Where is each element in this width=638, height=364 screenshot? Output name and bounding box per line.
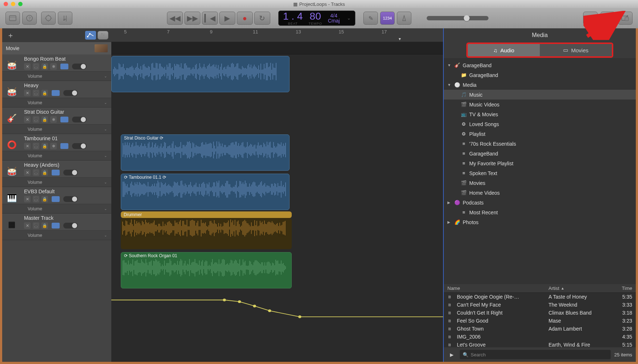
track-pan-slider[interactable] [72, 64, 87, 69]
lcd-menu-chevron[interactable]: ⌄ [347, 16, 351, 21]
timeline-ruler[interactable]: ▾ 57911131517 [111, 28, 443, 42]
mute-button[interactable]: ✕ [24, 90, 31, 96]
disclosure-triangle[interactable]: ▶ [447, 220, 452, 224]
tree-item[interactable]: ⚙Playlist [444, 129, 636, 139]
tree-item[interactable]: 🎬Home Videos [444, 188, 636, 198]
track-header[interactable]: 🥁 Heavy ✕ 🎧 🔒 Volume ⌄ [2, 81, 111, 108]
solo-button[interactable]: 🎧 [33, 143, 39, 149]
region[interactable] [111, 56, 290, 92]
timeline-area[interactable]: ▾ 57911131517 Strat Disco Guitar ⟳⟳ Tamb… [111, 28, 444, 362]
track-header[interactable]: 🎹 EVB3 Default ✕ 🎧 🔒 Volume ⌄ [2, 187, 111, 214]
track-lane[interactable] [111, 54, 443, 94]
media-row[interactable]: 🗎Couldn't Get It RightClimax Blues Band3… [444, 309, 636, 317]
track-pan-slider[interactable] [72, 117, 87, 122]
automation-lane[interactable] [111, 290, 443, 326]
tree-item[interactable]: ≡Most Recent [444, 207, 636, 217]
freeze-button[interactable]: ❄ [50, 63, 57, 70]
track-header[interactable]: 🎸 Strat Disco Guitar ✕ 🎧 🔒 ❄ Volume ⌄ [2, 108, 111, 134]
media-search-input[interactable]: 🔍 Search [460, 350, 611, 359]
track-lane[interactable] [111, 94, 443, 133]
disclosure-triangle[interactable]: ▼ [447, 63, 452, 67]
lock-button[interactable]: 🔒 [41, 143, 48, 149]
tree-item[interactable]: ▶🟣Podcasts [444, 198, 636, 207]
lock-button[interactable]: 🔒 [41, 90, 48, 96]
track-automation-toggle[interactable] [60, 117, 68, 122]
track-automation-toggle[interactable] [60, 64, 68, 69]
track-lane[interactable]: Drummer [111, 211, 443, 251]
close-window-button[interactable] [4, 2, 8, 6]
tree-item[interactable]: ≡'70s Rock Essentials [444, 139, 636, 149]
cycle-button[interactable]: ↻ [254, 12, 270, 25]
media-row[interactable]: 🗎Let's GrooveEarth, Wind & Fire5:15 [444, 341, 636, 347]
rewind-button[interactable]: ◀◀ [167, 12, 183, 25]
track-lane[interactable]: ⟳ Tambourine 01.1 ⟳ [111, 172, 443, 211]
freeze-button[interactable]: ❄ [50, 116, 57, 123]
disclosure-triangle[interactable]: ▶ [447, 201, 452, 205]
media-row[interactable]: 🗎Can't Feel My FaceThe Weeknd3:33 [444, 301, 636, 309]
media-table-header[interactable]: Name Artist ▲ Time [444, 284, 636, 293]
tree-item[interactable]: ▼⚪Media [444, 80, 636, 90]
smart-controls-button[interactable] [41, 12, 56, 25]
track-automation-toggle[interactable] [52, 170, 60, 175]
solo-button[interactable]: 🎧 [33, 196, 39, 202]
track-pan-slider[interactable] [63, 90, 78, 96]
preview-play-button[interactable]: ▶ [447, 350, 456, 359]
track-header[interactable]: 🥁 Heavy (Anders) ✕ 🎧 🔒 Volume ⌄ [2, 161, 111, 187]
tree-item[interactable]: 🎵Music [444, 90, 636, 100]
playhead-marker[interactable]: ▾ [399, 36, 401, 41]
minimize-window-button[interactable] [11, 2, 15, 6]
metronome-button[interactable] [397, 12, 411, 25]
tree-item[interactable]: 🎬Music Videos [444, 100, 636, 109]
tree-item[interactable]: ▼🎸GarageBand [444, 60, 636, 70]
lock-button[interactable]: 🔒 [41, 63, 48, 70]
col-header-artist[interactable]: Artist ▲ [549, 284, 614, 292]
lock-button[interactable]: 🔒 [41, 169, 48, 176]
track-lane[interactable]: ⟳ Southern Rock Organ 01 [111, 251, 443, 290]
loop-browser-button[interactable]: ◯ [601, 12, 615, 25]
track-automation-toggle[interactable] [52, 223, 60, 228]
tab-movies[interactable]: ▭ Movies [540, 44, 612, 56]
movie-track-header[interactable]: Movie [2, 42, 111, 54]
lock-button[interactable]: 🔒 [41, 116, 48, 123]
track-pan-slider[interactable] [63, 170, 78, 175]
col-header-time[interactable]: Time [614, 284, 636, 292]
lcd-display[interactable]: 1 . 4 BEAT 80 TEMPO 4/4 Cmaj ⌄ [278, 11, 355, 26]
solo-button[interactable]: 🎧 [33, 90, 39, 96]
forward-button[interactable]: ▶▶ [184, 12, 200, 25]
track-lane[interactable]: Strat Disco Guitar ⟳ [111, 133, 443, 172]
solo-button[interactable]: 🎧 [33, 63, 39, 70]
track-automation-toggle[interactable] [60, 143, 68, 149]
tree-item[interactable]: 📁GarageBand [444, 70, 636, 80]
solo-button[interactable]: 🎧 [33, 222, 39, 229]
freeze-button[interactable]: ❄ [50, 143, 57, 149]
zoom-window-button[interactable] [18, 2, 23, 6]
mute-button[interactable]: ✕ [24, 116, 31, 123]
track-header[interactable]: ▦ Master Track ✕ 🎧 🔒 Volume ⌄ [2, 214, 111, 240]
mute-button[interactable]: ✕ [24, 169, 31, 176]
track-automation-toggle[interactable] [52, 196, 60, 202]
media-browser-button[interactable] [618, 12, 633, 25]
region[interactable]: Drummer [121, 211, 292, 218]
solo-button[interactable]: 🎧 [33, 169, 39, 176]
tuner-button[interactable]: ✎ [363, 12, 378, 25]
count-in-button[interactable]: 1234 [380, 12, 395, 25]
tab-audio[interactable]: ♫ Audio [468, 44, 540, 56]
col-header-name[interactable]: Name [444, 284, 549, 292]
tree-item[interactable]: ▶🌈Photos [444, 217, 636, 227]
tree-item[interactable]: 📺TV & Movies [444, 109, 636, 119]
disclosure-triangle[interactable]: ▼ [447, 83, 452, 87]
tree-item[interactable]: ⚙Loved Songs [444, 119, 636, 129]
track-pan-slider[interactable] [63, 196, 78, 202]
automation-toggle[interactable] [85, 31, 96, 40]
media-source-tree[interactable]: ▼🎸GarageBand📁GarageBand▼⚪Media🎵Music🎬Mus… [444, 58, 636, 284]
region[interactable]: Strat Disco Guitar ⟳ [121, 134, 290, 171]
stop-button[interactable]: ▎◀ [202, 12, 218, 25]
region[interactable]: ⟳ Tambourine 01.1 ⟳ [121, 174, 290, 210]
track-header[interactable]: ⭕ Tambourine 01 ✕ 🎧 🔒 ❄ Volume ⌄ [2, 134, 111, 161]
media-row[interactable]: 🗎Ghost TownAdam Lambert3:28 [444, 325, 636, 333]
tree-item[interactable]: 🎬Movies [444, 178, 636, 188]
media-row[interactable]: 🗎Boogie Oogie Oogie (Re-…A Taste of Hone… [444, 293, 636, 301]
track-pan-slider[interactable] [63, 223, 78, 228]
lock-button[interactable]: 🔒 [41, 222, 48, 229]
mute-button[interactable]: ✕ [24, 63, 31, 70]
